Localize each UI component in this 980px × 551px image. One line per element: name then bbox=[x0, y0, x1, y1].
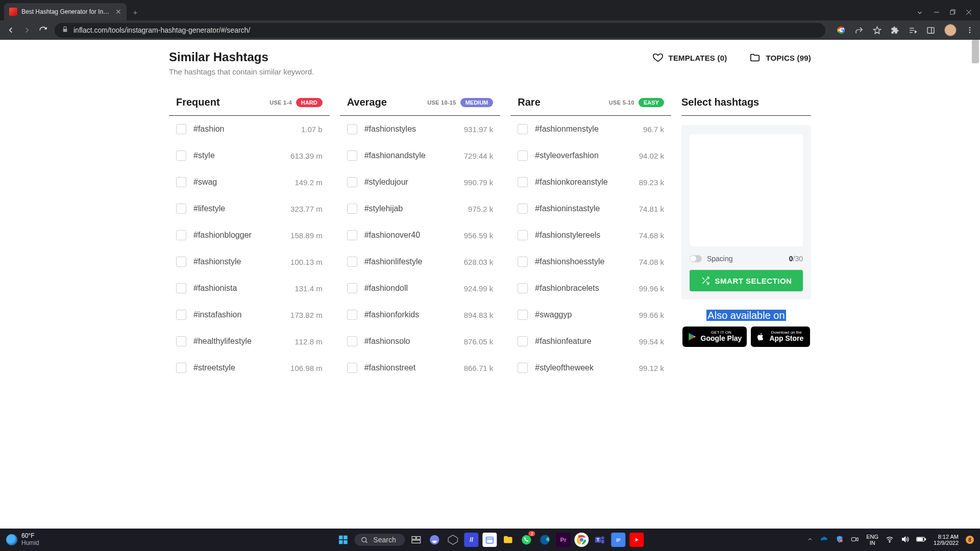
weather-widget[interactable]: 60°FHumid bbox=[6, 533, 39, 547]
tray-chevron-icon[interactable] bbox=[807, 536, 813, 544]
chrome-icon[interactable] bbox=[575, 533, 589, 547]
smart-selection-button[interactable]: SMART SELECTION bbox=[690, 270, 803, 291]
hashtag-checkbox[interactable] bbox=[518, 151, 528, 161]
hashtag-checkbox[interactable] bbox=[347, 177, 357, 187]
youtube-icon[interactable] bbox=[630, 533, 644, 547]
hashtag-row[interactable]: #fashionstyles931.97 k bbox=[340, 116, 501, 142]
close-tab-icon[interactable]: ✕ bbox=[115, 8, 121, 16]
hashtag-checkbox[interactable] bbox=[176, 363, 186, 373]
spacing-toggle[interactable] bbox=[690, 255, 702, 262]
notification-badge[interactable]: 8 bbox=[966, 536, 974, 544]
hashtag-row[interactable]: #fashiondoll924.99 k bbox=[340, 275, 501, 302]
close-window-icon[interactable] bbox=[966, 9, 972, 16]
whatsapp-icon[interactable]: 2 bbox=[520, 533, 534, 547]
wifi-icon[interactable] bbox=[886, 535, 894, 545]
hashtag-checkbox[interactable] bbox=[347, 310, 357, 320]
hashtag-checkbox[interactable] bbox=[347, 336, 357, 346]
menu-icon[interactable] bbox=[966, 26, 974, 34]
clock[interactable]: 8:12 AM12/9/2022 bbox=[934, 534, 959, 546]
hashtag-row[interactable]: #style613.39 m bbox=[169, 142, 330, 169]
hashtag-checkbox[interactable] bbox=[347, 283, 357, 293]
task-view-icon[interactable] bbox=[409, 533, 424, 547]
extensions-icon[interactable] bbox=[891, 26, 899, 35]
hashtag-row[interactable]: #swaggyp99.66 k bbox=[510, 302, 671, 328]
bookmark-icon[interactable] bbox=[873, 26, 881, 35]
reload-button[interactable] bbox=[39, 26, 47, 35]
hashtag-row[interactable]: #fashionmenstyle96.7 k bbox=[510, 116, 671, 142]
forward-button[interactable] bbox=[22, 26, 32, 35]
back-button[interactable] bbox=[6, 26, 15, 35]
hashtag-row[interactable]: #fashioninstastyle74.81 k bbox=[510, 195, 671, 222]
hashtag-checkbox[interactable] bbox=[347, 124, 357, 134]
hashtag-checkbox[interactable] bbox=[518, 257, 528, 267]
hashtag-checkbox[interactable] bbox=[176, 310, 186, 320]
reading-list-icon[interactable] bbox=[909, 26, 917, 35]
hashtag-checkbox[interactable] bbox=[347, 151, 357, 161]
meet-now-icon[interactable] bbox=[851, 535, 859, 545]
address-bar[interactable]: inflact.com/tools/instagram-hashtag-gene… bbox=[55, 23, 825, 38]
hashtag-row[interactable]: #fashionblogger158.89 m bbox=[169, 222, 330, 248]
file-explorer-icon[interactable] bbox=[501, 533, 516, 547]
hashtag-row[interactable]: #styledujour990.79 k bbox=[340, 169, 501, 195]
hashtag-checkbox[interactable] bbox=[518, 177, 528, 187]
hashtag-checkbox[interactable] bbox=[518, 124, 528, 134]
hashtag-row[interactable]: #fashionista131.4 m bbox=[169, 275, 330, 302]
hashtag-row[interactable]: #fashionforkids894.83 k bbox=[340, 302, 501, 328]
hashtag-row[interactable]: #healthylifestyle112.8 m bbox=[169, 328, 330, 355]
profile-avatar[interactable] bbox=[944, 24, 957, 36]
hashtag-row[interactable]: #fashionstylereels74.68 k bbox=[510, 222, 671, 248]
hashtag-row[interactable]: #fashionlifestyle628.03 k bbox=[340, 248, 501, 275]
hashtag-checkbox[interactable] bbox=[176, 151, 186, 161]
hashtag-checkbox[interactable] bbox=[518, 230, 528, 240]
app-store-button[interactable]: Download on theApp Store bbox=[751, 327, 810, 347]
hashtag-row[interactable]: #fashion1.07 b bbox=[169, 116, 330, 142]
battery-icon[interactable] bbox=[916, 536, 926, 544]
hashtag-row[interactable]: #streetstyle106.98 m bbox=[169, 355, 330, 381]
tab-dropdown-icon[interactable] bbox=[916, 9, 923, 16]
premiere-icon[interactable]: Pr bbox=[556, 533, 571, 547]
hashtag-row[interactable]: #fashionsolo876.05 k bbox=[340, 328, 501, 355]
hashtag-row[interactable]: #fashionover40956.59 k bbox=[340, 222, 501, 248]
volume-icon[interactable] bbox=[901, 535, 909, 545]
hashtag-checkbox[interactable] bbox=[347, 257, 357, 267]
app-icon-2[interactable]: // bbox=[464, 533, 479, 547]
onedrive-icon[interactable] bbox=[820, 535, 828, 545]
hashtag-checkbox[interactable] bbox=[176, 124, 186, 134]
hashtag-checkbox[interactable] bbox=[347, 363, 357, 373]
hashtag-row[interactable]: #lifestyle323.77 m bbox=[169, 195, 330, 222]
hashtag-row[interactable]: #fashionkoreanstyle89.23 k bbox=[510, 169, 671, 195]
hashtag-checkbox[interactable] bbox=[347, 204, 357, 214]
hashtag-checkbox[interactable] bbox=[176, 177, 186, 187]
hashtag-row[interactable]: #styleoverfashion94.02 k bbox=[510, 142, 671, 169]
language-indicator[interactable]: ENGIN bbox=[866, 534, 878, 546]
selection-box[interactable] bbox=[690, 134, 803, 246]
app-icon-1[interactable] bbox=[446, 533, 460, 547]
minimize-icon[interactable] bbox=[934, 9, 940, 16]
taskbar-search[interactable]: Search bbox=[354, 534, 405, 546]
hashtag-row[interactable]: #fashionshoesstyle74.08 k bbox=[510, 248, 671, 275]
hashtag-row[interactable]: #swag149.2 m bbox=[169, 169, 330, 195]
hashtag-checkbox[interactable] bbox=[347, 230, 357, 240]
topics-link[interactable]: TOPICS (99) bbox=[749, 52, 811, 63]
hashtag-row[interactable]: #instafashion173.82 m bbox=[169, 302, 330, 328]
hashtag-row[interactable]: #stylehijab975.2 k bbox=[340, 195, 501, 222]
google-account-icon[interactable] bbox=[837, 26, 846, 35]
scrollbar-thumb[interactable] bbox=[972, 40, 979, 63]
teams-icon[interactable]: T bbox=[593, 533, 607, 547]
hashtag-checkbox[interactable] bbox=[518, 363, 528, 373]
new-tab-button[interactable]: ＋ bbox=[127, 5, 144, 20]
maximize-icon[interactable] bbox=[950, 9, 955, 16]
share-icon[interactable] bbox=[855, 26, 864, 35]
calendar-icon[interactable] bbox=[483, 533, 497, 547]
google-play-button[interactable]: GET IT ONGoogle Play bbox=[682, 327, 747, 347]
hashtag-row[interactable]: #fashionbracelets99.96 k bbox=[510, 275, 671, 302]
hashtag-row[interactable]: #styleoftheweek99.12 k bbox=[510, 355, 671, 381]
edge-icon[interactable] bbox=[538, 533, 552, 547]
hashtag-checkbox[interactable] bbox=[176, 283, 186, 293]
security-icon[interactable] bbox=[836, 535, 844, 545]
hashtag-checkbox[interactable] bbox=[518, 204, 528, 214]
hashtag-row[interactable]: #fashionfeature99.54 k bbox=[510, 328, 671, 355]
browser-tab[interactable]: Best Hashtag Generator for Insta ✕ bbox=[4, 3, 127, 20]
hashtag-checkbox[interactable] bbox=[518, 336, 528, 346]
hashtag-row[interactable]: #fashionandstyle729.44 k bbox=[340, 142, 501, 169]
